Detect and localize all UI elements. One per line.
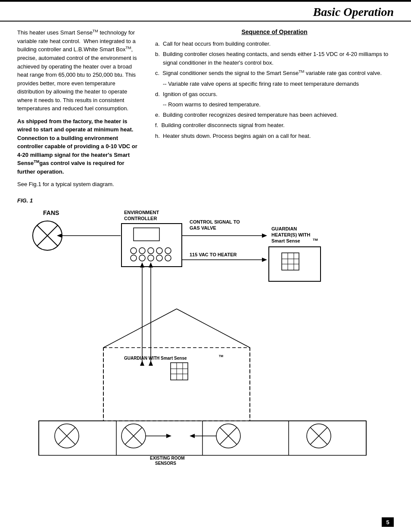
fig-label: FIG. 1 xyxy=(17,197,394,204)
svg-point-18 xyxy=(165,255,171,261)
diagram-area: FIG. 1 FANS ENVIRONMENT CONTROLLER xyxy=(0,193,411,481)
sequence-title: Sequence of Operation xyxy=(155,28,394,35)
svg-line-42 xyxy=(177,309,250,348)
svg-text:115 VAC TO HEATER: 115 VAC TO HEATER xyxy=(190,252,237,257)
svg-point-17 xyxy=(156,255,162,261)
svg-point-11 xyxy=(148,248,154,254)
list-item: f. Building controller disconnects signa… xyxy=(155,121,394,130)
svg-line-41 xyxy=(103,309,177,348)
page: Basic Operation This heater uses Smart S… xyxy=(0,0,411,532)
list-item-sub: -- Variable rate valve opens at specific… xyxy=(155,80,394,88)
svg-marker-22 xyxy=(262,233,267,238)
svg-text:SENSORS: SENSORS xyxy=(155,461,176,466)
svg-point-14 xyxy=(131,255,137,261)
svg-marker-75 xyxy=(166,434,171,438)
svg-rect-57 xyxy=(171,363,188,380)
svg-marker-77 xyxy=(190,434,195,438)
right-column: Sequence of Operation a. Call for heat o… xyxy=(155,28,394,193)
list-item: e. Building controller recognizes desire… xyxy=(155,111,394,119)
svg-text:GUARDIAN  WITH Smart Sense: GUARDIAN WITH Smart Sense xyxy=(124,356,187,361)
svg-marker-38 xyxy=(140,262,144,268)
svg-rect-28 xyxy=(282,253,299,270)
left-column: This heater uses Smart SenseTM technolog… xyxy=(17,28,142,193)
see-fig-text: See Fig.1 for a typical system diagram. xyxy=(17,180,142,189)
svg-marker-39 xyxy=(149,262,153,268)
svg-text:EXISTING ROOM: EXISTING ROOM xyxy=(150,456,185,460)
svg-point-15 xyxy=(139,255,145,261)
svg-text:TM: TM xyxy=(313,238,318,242)
list-item: a. Call for heat occurs from building co… xyxy=(155,40,394,48)
svg-text:HEATER(S) WITH: HEATER(S) WITH xyxy=(271,232,310,237)
sequence-list: a. Call for heat occurs from building co… xyxy=(155,40,394,140)
svg-point-13 xyxy=(165,248,171,254)
list-item-sub: -- Room warms to desired temperature. xyxy=(155,100,394,109)
intro-paragraph: This heater uses Smart SenseTM technolog… xyxy=(17,28,142,113)
svg-text:Smart Sense: Smart Sense xyxy=(271,238,300,243)
svg-marker-83 xyxy=(149,361,153,366)
svg-text:TM: TM xyxy=(219,355,223,358)
bold-paragraph: As shipped from the factory, the heater … xyxy=(17,117,142,176)
page-number: 5 xyxy=(382,517,394,527)
svg-rect-7 xyxy=(121,224,182,267)
list-item: c. Signal conditioner sends the signal t… xyxy=(155,69,394,78)
system-diagram: FANS ENVIRONMENT CONTROLLER xyxy=(17,205,394,473)
list-item: d. Ignition of gas occurs. xyxy=(155,90,394,99)
list-item: b. Building controller closes heating co… xyxy=(155,50,394,67)
svg-point-10 xyxy=(139,248,145,254)
svg-marker-35 xyxy=(262,258,267,262)
svg-point-16 xyxy=(148,255,154,261)
list-item: h. Heater shuts down. Process begins aga… xyxy=(155,132,394,140)
header-area: Basic Operation xyxy=(0,2,411,22)
svg-text:GUARDIAN: GUARDIAN xyxy=(271,226,297,231)
svg-text:CONTROLLER: CONTROLLER xyxy=(124,216,157,221)
svg-point-12 xyxy=(156,248,162,254)
svg-text:GAS VALVE: GAS VALVE xyxy=(190,225,216,230)
svg-text:CONTROL SIGNAL TO: CONTROL SIGNAL TO xyxy=(190,219,240,224)
fans-label: FANS xyxy=(43,209,59,216)
svg-rect-8 xyxy=(134,228,159,241)
svg-marker-82 xyxy=(140,361,144,366)
content-area: This heater uses Smart SenseTM technolog… xyxy=(0,22,411,193)
svg-text:ENVIRONMENT: ENVIRONMENT xyxy=(124,210,159,215)
svg-point-9 xyxy=(131,248,137,254)
svg-marker-4 xyxy=(57,233,62,238)
page-title: Basic Operation xyxy=(313,5,394,19)
